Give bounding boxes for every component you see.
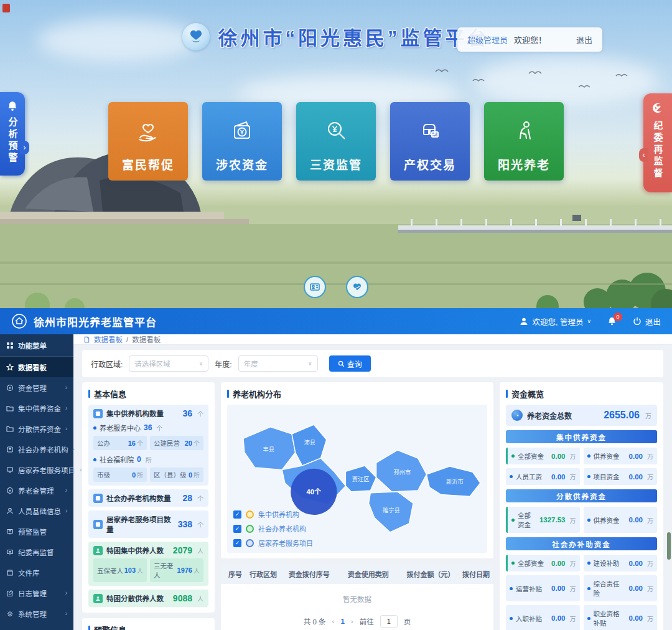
sidebar-item-funds[interactable]: 资金管理› bbox=[0, 377, 73, 398]
checkbox-checked-icon[interactable]: ✓ bbox=[233, 510, 241, 519]
sidebar-label: 功能菜单 bbox=[18, 341, 47, 350]
prev-page-button[interactable]: ‹ bbox=[332, 618, 335, 625]
tile-chanquan-jiaoyi[interactable]: 交易 产权交易 bbox=[390, 102, 470, 181]
region-select[interactable]: 请选择区域 ∨ bbox=[129, 355, 208, 372]
sidebar-item-dashboard[interactable]: 数据看板 bbox=[0, 357, 73, 377]
sidebar-item-log-management[interactable]: 日志管理› bbox=[0, 583, 73, 603]
sidebar-item-menu[interactable]: 功能菜单 bbox=[0, 334, 73, 357]
sidebar-item-system-management[interactable]: 系统管理› bbox=[0, 603, 73, 624]
breadcrumb-item-current: 数据看板 bbox=[132, 334, 161, 344]
sidebar-item-home-care-projects[interactable]: 居家养老服务项目› bbox=[0, 459, 73, 480]
tile-shenong-zijin[interactable]: 涉农资金 bbox=[202, 102, 282, 181]
chevron-down-icon: ∨ bbox=[587, 318, 591, 324]
sidebar-item-file-library[interactable]: 文件库 bbox=[0, 562, 73, 583]
welcome-text: 欢迎您, 管理员 bbox=[532, 316, 583, 327]
sidebar-item-pension-management[interactable]: 养老金管理› bbox=[0, 480, 73, 501]
legend-homecare-projects[interactable]: ✓ 居家养老服务项目 bbox=[233, 538, 313, 548]
sidebar-label: 系统管理 bbox=[18, 609, 47, 619]
sidebar-label: 分散供养资金 bbox=[18, 424, 61, 434]
goto-page-input[interactable] bbox=[380, 615, 398, 628]
legend-social-institutions[interactable]: ✓ 社会办养老机构 bbox=[233, 524, 313, 534]
funds-overview-panel: 资金概览 ◔ 养老资金总数 2655.06 万 集中供养资金 全部资金0.00万… bbox=[500, 382, 663, 630]
coin-icon: ◔ bbox=[511, 410, 523, 421]
party-emblem-icon bbox=[651, 102, 665, 116]
checkbox-checked-icon[interactable]: ✓ bbox=[233, 539, 241, 547]
tile-fumin-bangcu[interactable]: 富民帮促 bbox=[108, 102, 188, 181]
col-header-date: 拨付日期 bbox=[459, 564, 493, 584]
sidebar-item-dispersed-support-funds[interactable]: 分散供养资金› bbox=[0, 418, 73, 439]
col-header-index: 序号 bbox=[221, 564, 246, 584]
sidebar-item-central-support-funds[interactable]: 集中供养资金› bbox=[0, 398, 73, 418]
sidebar-label: 资金管理 bbox=[18, 383, 47, 393]
analysis-warning-tab[interactable]: 分析预警 › bbox=[0, 92, 25, 176]
hero-user-welcome: 欢迎您！ bbox=[514, 34, 546, 45]
hero-user-role: 超级管理员 bbox=[467, 34, 508, 45]
hero-user-box: 超级管理员 欢迎您！ 退出 bbox=[457, 27, 602, 52]
checkbox-checked-icon[interactable]: ✓ bbox=[233, 525, 241, 533]
fund-cell: 运营补贴0.00万 bbox=[506, 575, 580, 601]
svg-text:交易: 交易 bbox=[431, 133, 438, 138]
user-menu[interactable]: 欢迎您, 管理员 ∨ bbox=[520, 316, 591, 327]
map-region-label: 邳州市 bbox=[394, 469, 411, 476]
logout-label: 退出 bbox=[645, 316, 661, 327]
map-panel: 养老机构分布 bbox=[221, 382, 493, 558]
current-page[interactable]: 1 bbox=[340, 618, 344, 625]
chevron-left-icon[interactable]: ‹ bbox=[639, 148, 648, 162]
scrollbar-thumb[interactable] bbox=[667, 532, 671, 560]
notifications-button[interactable]: 0 bbox=[607, 317, 617, 326]
filter-bar: 行政区域: 请选择区域 ∨ 年度: 年度 ∨ 查询 bbox=[82, 350, 663, 377]
archive-icon bbox=[6, 569, 14, 576]
next-page-button[interactable]: › bbox=[351, 618, 353, 625]
warning-info-panel: 预警信息 预警总数 0 条 bbox=[82, 618, 215, 630]
sidebar-item-warning-supervision[interactable]: 预警监管 bbox=[0, 521, 73, 542]
funds-table-panel: 序号 行政区划 资金拨付序号 资金使用类别 拨付金额（元） 拨付日期 暂无数据 bbox=[221, 564, 493, 630]
chevron-down-icon: ∨ bbox=[308, 360, 312, 367]
col-header-amount: 拨付金额（元） bbox=[403, 564, 459, 584]
id-card-icon[interactable] bbox=[304, 276, 326, 298]
detail-value: 36 bbox=[144, 423, 152, 432]
page-unit-label: 页 bbox=[404, 616, 411, 626]
chip-public-private: 公建民营20个 bbox=[150, 436, 203, 450]
discipline-supervision-tab[interactable]: 纪委再监督 ‹ bbox=[643, 93, 672, 192]
heart-care-icon[interactable] bbox=[346, 276, 368, 298]
year-select[interactable]: 年度 ∨ bbox=[238, 355, 318, 372]
stat-value: 36 bbox=[182, 408, 192, 418]
chevron-right-icon: › bbox=[65, 507, 67, 514]
power-icon bbox=[633, 317, 642, 326]
map-legend: ✓ 集中供养机构 ✓ 社会办养老机构 bbox=[233, 509, 313, 548]
sidebar-item-personnel-info[interactable]: 人员基础信息› bbox=[0, 501, 73, 521]
sidebar: 功能菜单 数据看板 资金管理› 集中供养资金› 分散供养资金› bbox=[0, 334, 73, 630]
tile-sanzi-jianguan[interactable]: 三资监管 bbox=[296, 102, 376, 181]
sidebar-item-social-institutions[interactable]: 社会办养老机构› bbox=[0, 439, 73, 459]
section-social-subsidy-funds: 社会办补助资金 bbox=[506, 537, 657, 550]
sidebar-label: 集中供养资金 bbox=[18, 403, 61, 413]
dashboard-title: 徐州市阳光养老监管平台 bbox=[34, 314, 157, 329]
query-button[interactable]: 查询 bbox=[329, 355, 371, 372]
hero-banner: 徐州市“阳光惠民”监管平台 超级管理员 欢迎您！ 退出 分析预警 › 纪委再监督… bbox=[0, 0, 672, 308]
notification-badge: 0 bbox=[614, 313, 622, 321]
logout-button[interactable]: 退出 bbox=[633, 316, 661, 327]
hero-logout-button[interactable]: 退出 bbox=[576, 34, 592, 45]
fund-cell: 供养资金0.00万 bbox=[584, 448, 658, 464]
col-header-region: 行政区划 bbox=[246, 564, 285, 584]
breadcrumb-item[interactable]: 数据看板 bbox=[94, 334, 123, 344]
map-bubble-label: 40个 bbox=[307, 487, 322, 496]
money-icon bbox=[6, 487, 14, 494]
chevron-right-icon[interactable]: › bbox=[20, 141, 29, 154]
stat-unit: 个 bbox=[197, 409, 203, 418]
map-region-label: 沛县 bbox=[304, 439, 316, 446]
sidebar-item-discipline-supervision[interactable]: 纪委再监督 bbox=[0, 542, 73, 562]
tile-yangguang-yanglao[interactable]: 阳光养老 bbox=[484, 102, 564, 181]
map-panel-title: 养老机构分布 bbox=[227, 388, 487, 400]
marker-yellow-icon bbox=[246, 510, 254, 519]
xuzhou-map[interactable]: 丰县 沛县 贾汪区 邳州市 新沂市 睢宁县 40个 bbox=[227, 405, 487, 553]
chevron-right-icon: › bbox=[65, 384, 67, 391]
detail-value: 0 bbox=[137, 455, 141, 464]
legend-central-institutions[interactable]: ✓ 集中供养机构 bbox=[233, 509, 313, 519]
dashboard-header: 徐州市阳光养老监管平台 欢迎您, 管理员 ∨ 0 退出 bbox=[0, 308, 672, 334]
edit-icon bbox=[6, 590, 14, 597]
magnifier-yuan-icon bbox=[322, 117, 350, 146]
chip-county-level: 区（县）级0所 bbox=[150, 468, 203, 482]
monitor-icon bbox=[6, 466, 14, 474]
grid-icon bbox=[6, 342, 14, 349]
